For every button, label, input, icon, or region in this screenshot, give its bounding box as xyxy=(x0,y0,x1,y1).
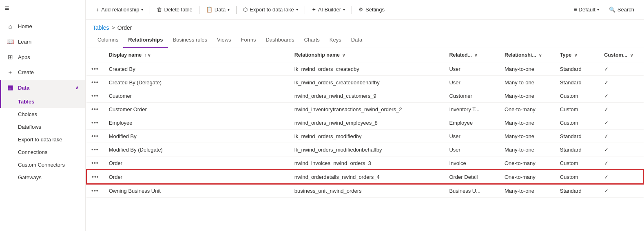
table-row[interactable]: ••• Modified By lk_nwind_orders_modified… xyxy=(86,130,644,143)
th-type[interactable]: Type ∨ xyxy=(555,48,599,62)
tab-views[interactable]: Views xyxy=(212,33,236,48)
delete-table-button[interactable]: 🗑 Delete table xyxy=(153,4,195,15)
row-type: Standard xyxy=(555,62,599,76)
related-sort-icon[interactable]: ∨ xyxy=(474,53,477,57)
search-button[interactable]: 🔍 Search xyxy=(606,4,637,15)
tab-data[interactable]: Data xyxy=(346,33,367,48)
sidebar-sub-export[interactable]: Export to data lake xyxy=(0,133,85,146)
create-icon: + xyxy=(7,69,14,76)
default-button[interactable]: ≡ Default ▾ xyxy=(571,4,602,15)
row-dots-btn[interactable]: ••• xyxy=(86,184,104,198)
table-row[interactable]: ••• Customer nwind_orders_nwind_customer… xyxy=(86,89,644,103)
tab-business-rules[interactable]: Business rules xyxy=(168,33,212,48)
row-relationship-type: One-to-many xyxy=(500,170,555,184)
dots-icon[interactable]: ••• xyxy=(91,160,99,166)
row-dots-btn[interactable]: ••• xyxy=(86,143,104,156)
row-related: Inventory T... xyxy=(444,103,500,116)
sidebar-home-label: Home xyxy=(18,23,32,29)
table-row[interactable]: ••• Created By (Delegate) lk_nwind_order… xyxy=(86,76,644,89)
settings-button[interactable]: ⚙ Settings xyxy=(355,4,388,15)
delete-icon: 🗑 xyxy=(157,7,162,13)
add-relationship-button[interactable]: + Add relationship ▾ xyxy=(93,4,146,15)
sidebar-sub-custom-connectors[interactable]: Custom Connectors xyxy=(0,158,85,171)
hamburger-icon[interactable]: ≡ xyxy=(5,4,9,12)
sort-icon[interactable]: ↑ ∨ xyxy=(144,53,150,57)
table-row[interactable]: ••• Order nwind_invoices_nwind_orders_3 … xyxy=(86,156,644,170)
sidebar-sub-gateways[interactable]: Gateways xyxy=(0,171,85,184)
dots-icon[interactable]: ••• xyxy=(91,146,99,153)
row-custom: ✓ xyxy=(599,156,644,170)
data-icon: ▦ xyxy=(7,84,14,91)
apps-icon: ⊞ xyxy=(7,53,14,61)
tab-dashboards[interactable]: Dashboards xyxy=(261,33,299,48)
breadcrumb-tables[interactable]: Tables xyxy=(93,24,109,31)
reltype-sort-icon[interactable]: ∨ xyxy=(539,53,542,57)
sidebar-sub-tables[interactable]: Tables xyxy=(0,95,85,108)
tab-keys[interactable]: Keys xyxy=(325,33,346,48)
export-data-lake-button[interactable]: ⬡ Export to data lake ▾ xyxy=(240,4,301,15)
row-dots-btn[interactable]: ••• xyxy=(86,156,104,170)
dataflows-label: Dataflows xyxy=(18,124,41,130)
tab-dashboards-label: Dashboards xyxy=(266,37,294,43)
table-row[interactable]: ••• Owning Business Unit business_unit_n… xyxy=(86,184,644,198)
th-related[interactable]: Related... ∨ xyxy=(444,48,500,62)
th-relationship-type[interactable]: Relationshi... ∨ xyxy=(500,48,555,62)
table-row[interactable]: ••• Customer Order nwind_inventorytransa… xyxy=(86,103,644,116)
sidebar-item-home[interactable]: ⌂ Home xyxy=(0,19,85,34)
dots-icon[interactable]: ••• xyxy=(91,119,99,126)
row-relationship-type: Many-to-one xyxy=(500,62,555,76)
row-custom: ✓ xyxy=(599,62,644,76)
tables-label: Tables xyxy=(18,99,34,105)
tab-relationships[interactable]: Relationships xyxy=(123,33,168,48)
th-display-name[interactable]: Display name ↑ ∨ xyxy=(104,48,290,62)
row-dots-btn[interactable]: ••• xyxy=(86,62,104,76)
row-type: Standard xyxy=(555,130,599,143)
row-type: Custom xyxy=(555,170,599,184)
sidebar-sub-choices[interactable]: Choices xyxy=(0,108,85,121)
data-button[interactable]: 📋 Data ▾ xyxy=(203,4,233,15)
sidebar-sub-dataflows[interactable]: Dataflows xyxy=(0,121,85,133)
th-custom[interactable]: Custom... ∨ xyxy=(599,48,644,62)
custom-sort-icon[interactable]: ∨ xyxy=(630,53,633,57)
dots-icon[interactable]: ••• xyxy=(91,79,99,86)
table-row[interactable]: ••• Modified By (Delegate) lk_nwind_orde… xyxy=(86,143,644,156)
tab-columns[interactable]: Columns xyxy=(93,33,123,48)
dots-icon[interactable]: ••• xyxy=(91,92,99,99)
row-display-name: Order xyxy=(104,170,290,184)
table-row[interactable]: ••• Created By lk_nwind_orders_createdby… xyxy=(86,62,644,76)
row-dots-btn[interactable]: ••• xyxy=(86,170,104,184)
row-dots-btn[interactable]: ••• xyxy=(86,116,104,130)
row-dots-btn[interactable]: ••• xyxy=(86,103,104,116)
dots-icon[interactable]: ••• xyxy=(91,133,99,139)
default-label: Default xyxy=(579,7,595,13)
check-icon: ✓ xyxy=(604,66,609,72)
tab-forms[interactable]: Forms xyxy=(236,33,261,48)
dots-icon[interactable]: ••• xyxy=(92,174,99,180)
breadcrumb-current: Order xyxy=(117,24,132,31)
sidebar: ≡ ⌂ Home 📖 Learn ⊞ Apps + Create ▦ Data … xyxy=(0,0,86,231)
sidebar-item-data[interactable]: ▦ Data ∧ xyxy=(0,80,85,95)
tab-business-rules-label: Business rules xyxy=(173,37,208,43)
sidebar-item-learn[interactable]: 📖 Learn xyxy=(0,34,85,49)
type-sort-icon[interactable]: ∨ xyxy=(574,53,577,57)
dots-icon[interactable]: ••• xyxy=(91,106,99,112)
table-row[interactable]: ••• Order nwind_orderdetails_nwind_order… xyxy=(86,170,644,184)
dots-icon[interactable]: ••• xyxy=(91,187,99,194)
row-display-name: Created By (Delegate) xyxy=(104,76,290,89)
row-dots-btn[interactable]: ••• xyxy=(86,130,104,143)
row-dots-btn[interactable]: ••• xyxy=(86,76,104,89)
default-chevron: ▾ xyxy=(597,7,599,12)
table-row[interactable]: ••• Employee nwind_orders_nwind_employee… xyxy=(86,116,644,130)
sidebar-item-create[interactable]: + Create xyxy=(0,65,85,80)
th-relationship-name[interactable]: Relationship name ∨ xyxy=(290,48,445,62)
sidebar-item-apps[interactable]: ⊞ Apps xyxy=(0,49,85,65)
row-dots-btn[interactable]: ••• xyxy=(86,89,104,103)
dots-icon[interactable]: ••• xyxy=(91,66,99,72)
relname-sort-icon[interactable]: ∨ xyxy=(342,53,345,57)
row-type: Custom xyxy=(555,103,599,116)
row-relationship-name: nwind_inventorytransactions_nwind_orders… xyxy=(290,103,445,116)
tab-charts[interactable]: Charts xyxy=(299,33,325,48)
ai-builder-button[interactable]: ✦ AI Builder ▾ xyxy=(308,4,348,15)
sidebar-sub-connections[interactable]: Connections xyxy=(0,146,85,158)
export-lake-label: Export to data lake xyxy=(250,7,294,13)
